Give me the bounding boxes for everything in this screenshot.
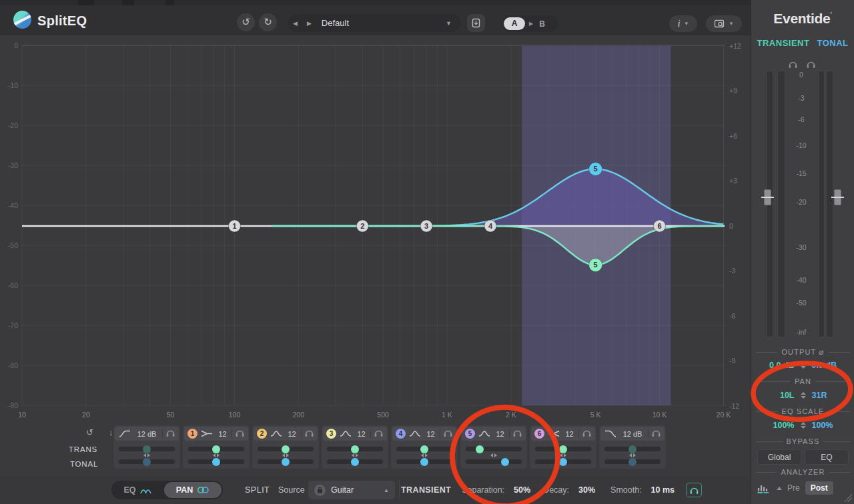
band-header[interactable]: 12 dB [115, 427, 179, 441]
transient-slider-handle[interactable] [559, 445, 567, 453]
redo-button[interactable]: ↻ [259, 13, 277, 31]
transient-slider-handle[interactable] [143, 445, 151, 453]
transient-slider-handle[interactable] [282, 445, 290, 453]
pan-mode-button[interactable]: PAN [164, 482, 222, 498]
band-tonal-slider[interactable] [119, 459, 175, 464]
band-tonal-slider[interactable] [466, 459, 522, 464]
reset-bands-icon[interactable]: ↺ [86, 427, 93, 437]
tonal-slider-handle[interactable] [501, 458, 509, 466]
bypass-global-button[interactable]: Global [757, 449, 801, 465]
source-lock-button[interactable] [314, 485, 326, 496]
band-solo-headphone-icon[interactable] [651, 428, 661, 440]
eq-node-5[interactable]: 5 [589, 163, 602, 176]
band-solo-headphone-icon[interactable] [235, 428, 245, 440]
band-number-badge[interactable]: 5 [465, 429, 475, 439]
eq-graph[interactable]: 12345561020501002005001 K2 K5 K10 K20 K0… [0, 35, 751, 423]
decay-value[interactable]: 30% [578, 485, 595, 495]
ab-a-button[interactable]: A [504, 17, 525, 30]
output-transient-value[interactable]: 0.0 dB [760, 361, 795, 370]
band-number-badge[interactable]: 2 [257, 429, 267, 439]
save-preset-button[interactable] [467, 14, 485, 32]
band-tonal-slider[interactable] [327, 459, 383, 464]
tonal-slider-handle[interactable] [628, 458, 636, 466]
band-number-badge[interactable]: 6 [534, 429, 544, 439]
band-solo-headphone-icon[interactable] [165, 428, 175, 440]
preset-name[interactable]: Default [316, 18, 446, 28]
tonal-slider-handle[interactable] [420, 458, 428, 466]
band-transient-slider[interactable] [396, 447, 452, 451]
band-header[interactable]: 612 [531, 427, 595, 441]
band-transient-slider[interactable] [188, 447, 244, 451]
band-tonal-slider[interactable] [604, 459, 661, 464]
eq-mode-button[interactable]: EQ [113, 485, 164, 495]
tonal-slider-handle[interactable] [351, 458, 359, 466]
eq-node-4[interactable]: 4 [484, 220, 496, 232]
pan-stepper[interactable] [801, 392, 806, 399]
transient-monitor-headphone-button[interactable] [686, 483, 702, 497]
ab-b-button[interactable]: B [537, 19, 545, 29]
band-number-badge[interactable]: 1 [187, 429, 197, 439]
eq-node-3[interactable]: 3 [420, 220, 432, 232]
tonal-slider-handle[interactable] [282, 458, 290, 466]
transient-slider-handle[interactable] [476, 445, 484, 453]
band-transient-slider[interactable] [466, 447, 522, 451]
tab-tonal[interactable]: TONAL [817, 38, 848, 48]
tonal-slider-handle[interactable] [212, 458, 220, 466]
band-header[interactable]: 12 dB [600, 427, 665, 441]
preset-prev-icon[interactable]: ◀ [288, 20, 302, 27]
undo-button[interactable]: ↺ [237, 13, 255, 31]
info-button[interactable]: i ▼ [669, 15, 697, 32]
tonal-slider-handle[interactable] [559, 458, 567, 466]
bypass-eq-button[interactable]: EQ [805, 449, 849, 465]
output-tonal-value[interactable]: 0.0 dB [812, 361, 847, 370]
band-header[interactable]: 312 [323, 427, 387, 441]
slider-link-arrows-icon[interactable] [462, 452, 526, 459]
eq-node-5[interactable]: 5 [589, 259, 602, 272]
pan-transient-value[interactable]: 10L [760, 391, 795, 400]
band-tonal-slider[interactable] [188, 459, 244, 464]
smooth-value[interactable]: 10 ms [651, 485, 675, 495]
band-number-badge[interactable]: 3 [326, 429, 336, 439]
band-transient-slider[interactable] [258, 447, 314, 451]
resize-grip[interactable] [844, 494, 852, 502]
transient-slider-handle[interactable] [351, 445, 359, 453]
pan-tonal-value[interactable]: 31R [812, 391, 847, 400]
output-fader-right[interactable] [834, 189, 841, 205]
band-tonal-slider[interactable] [396, 459, 452, 464]
eq-graph-canvas[interactable]: 12345561020501002005001 K2 K5 K10 K20 K0… [0, 35, 751, 423]
eq-node-1[interactable]: 1 [229, 220, 241, 232]
transient-slider-handle[interactable] [628, 445, 636, 453]
analyzer-bars-icon[interactable] [757, 483, 771, 493]
eq-scale-stepper[interactable] [801, 422, 806, 429]
output-fader-left[interactable] [764, 189, 771, 205]
output-stepper[interactable] [801, 362, 806, 369]
band-header[interactable]: 512 [462, 427, 526, 441]
tab-transient[interactable]: TRANSIENT [757, 38, 810, 48]
band-solo-headphone-icon[interactable] [304, 428, 314, 440]
transient-slider-handle[interactable] [212, 445, 220, 453]
ab-copy-arrow-icon[interactable]: ▶ [525, 21, 537, 27]
analyzer-pre-button[interactable]: Pre [787, 483, 800, 493]
eq-node-2[interactable]: 2 [356, 220, 368, 232]
analyzer-expand-icon[interactable] [777, 487, 782, 490]
band-solo-headphone-icon[interactable] [374, 428, 384, 440]
band-transient-slider[interactable] [604, 447, 661, 451]
preset-next-icon[interactable]: ▶ [302, 20, 316, 27]
tonal-solo-headphone-button[interactable] [806, 59, 817, 69]
source-select[interactable]: Guitar ▲ [308, 481, 395, 499]
band-tonal-slider[interactable] [258, 459, 314, 464]
band-header[interactable]: 212 [254, 427, 318, 441]
separation-value[interactable]: 50% [514, 485, 530, 495]
band-solo-headphone-icon[interactable] [443, 428, 453, 440]
band-header[interactable]: 412 [392, 427, 456, 441]
gui-size-button[interactable]: ▼ [706, 15, 742, 32]
analyzer-post-button[interactable]: Post [805, 481, 833, 495]
eq-scale-transient-value[interactable]: 100% [760, 421, 795, 430]
band-solo-headphone-icon[interactable] [582, 428, 592, 440]
band-number-badge[interactable]: 4 [396, 429, 406, 439]
band-transient-slider[interactable] [119, 447, 175, 451]
eq-scale-tonal-value[interactable]: 100% [812, 421, 847, 430]
preset-selector[interactable]: ◀ ▶ Default ▼ [288, 14, 460, 32]
phase-invert-icon[interactable]: ⌀ [819, 347, 824, 357]
band-tonal-slider[interactable] [535, 459, 591, 464]
